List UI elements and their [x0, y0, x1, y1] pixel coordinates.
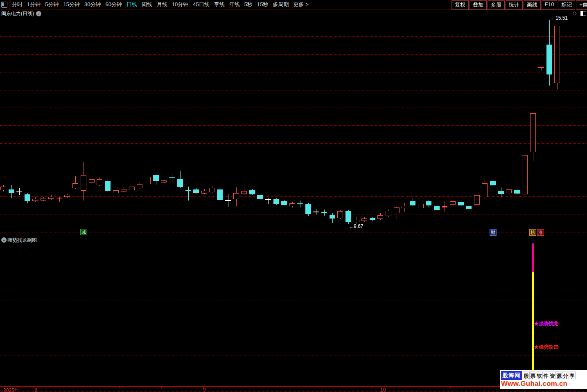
period-tab-8[interactable]: 周线 — [142, 1, 152, 8]
candle — [289, 203, 295, 206]
candle — [281, 201, 287, 205]
candle — [225, 200, 231, 201]
period-tabs: 分时1分钟5分钟15分钟30分钟60分钟日线周线月线10分钟45日线季线年线5秒… — [12, 0, 309, 9]
period-toolbar: 分时1分钟5分钟15分钟30分钟60分钟日线周线月线10分钟45日线季线年线5秒… — [0, 0, 587, 9]
candle — [169, 177, 175, 178]
candle — [0, 187, 6, 190]
subchart-collapse-icon[interactable]: ⌄ — [1, 237, 7, 243]
period-tab-4[interactable]: 15分钟 — [63, 1, 79, 8]
toolbar-button-5[interactable]: 画线 — [524, 0, 541, 10]
candle — [56, 198, 62, 198]
toolbar-button-7[interactable]: 标记 — [558, 0, 575, 10]
axis-tick — [450, 386, 451, 388]
candle — [113, 190, 119, 193]
axis-tick — [161, 386, 162, 388]
axis-tick — [119, 386, 120, 388]
candle — [64, 195, 70, 197]
app-window: 分时1分钟5分钟15分钟30分钟60分钟日线周线月线10分钟45日线季线年线5秒… — [0, 0, 587, 392]
watermark-desc-char: 件 — [542, 372, 549, 379]
event-badge-blue[interactable]: 财 — [490, 229, 497, 236]
candle — [81, 175, 86, 191]
window-layout-icon-fill — [2, 2, 4, 6]
toolbar-button-2[interactable]: 叠加 — [470, 0, 487, 10]
watermark-logo: 股海网 — [501, 371, 522, 380]
axis-tick — [372, 386, 373, 388]
candle — [16, 191, 22, 192]
candle — [386, 211, 391, 216]
candle — [442, 206, 447, 207]
candle — [265, 199, 271, 200]
chevron-down-icon[interactable]: ⌄ — [36, 11, 41, 16]
watermark-desc-char: 资 — [549, 372, 556, 379]
signal-bar-segment-2 — [532, 272, 534, 386]
candle — [418, 204, 424, 208]
period-tab-7[interactable]: 日线 — [126, 1, 137, 8]
signal-label-2: ★强势攻击 — [534, 344, 558, 351]
candle — [554, 26, 560, 83]
candle — [241, 191, 247, 194]
gridline — [0, 179, 587, 179]
period-tab-12[interactable]: 季线 — [214, 1, 225, 8]
candle — [137, 184, 142, 188]
candle — [249, 190, 255, 194]
period-tab-6[interactable]: 60分钟 — [105, 1, 122, 8]
bottom-scroll-line — [0, 391, 587, 392]
candle — [185, 190, 191, 191]
candle — [321, 212, 327, 213]
gridline — [0, 90, 587, 90]
toolbar-button-6[interactable]: F10 — [542, 0, 557, 10]
candle — [514, 190, 520, 194]
candle-wick — [172, 173, 172, 182]
candle — [426, 201, 431, 205]
candle — [466, 206, 472, 209]
diamond-icon[interactable]: ◇ — [573, 10, 576, 16]
toolbar-button-1[interactable]: 复权 — [452, 0, 469, 10]
panel-split-icon[interactable] — [580, 11, 586, 16]
gridline — [0, 143, 587, 144]
window-layout-icon[interactable] — [1, 2, 7, 8]
period-tab-1[interactable]: 分时 — [12, 1, 23, 8]
watermark-url: Www.Guhai.com.cn — [501, 380, 587, 388]
period-tab-9[interactable]: 月线 — [157, 1, 167, 8]
axis-tick — [484, 386, 484, 388]
period-tab-13[interactable]: 年线 — [229, 1, 240, 8]
candle — [297, 203, 303, 204]
period-tab-15[interactable]: 15秒 — [257, 1, 268, 8]
event-badge-gold[interactable]: 榜 — [529, 229, 536, 236]
candle — [233, 193, 239, 199]
candle — [89, 179, 95, 182]
event-badge-green[interactable]: 减 — [80, 229, 87, 235]
candle — [145, 177, 151, 184]
gridline — [0, 214, 587, 214]
candle — [217, 189, 223, 200]
price-annotation: ←15.51 — [551, 15, 568, 21]
period-tab-10[interactable]: 10分钟 — [172, 1, 188, 8]
candle — [474, 195, 480, 205]
candle — [257, 195, 263, 199]
candle — [345, 211, 351, 222]
period-tab-11[interactable]: 45日线 — [193, 1, 209, 8]
period-tab-14[interactable]: 5秒 — [244, 1, 253, 8]
toolbar-button-8[interactable]: +自 — [576, 0, 587, 10]
candle — [105, 181, 111, 191]
candle — [121, 189, 126, 191]
watermark: 股海网 股票软件资源分享 Www.Guhai.com.cn — [500, 370, 587, 389]
time-axis-line — [0, 386, 587, 387]
candle — [177, 179, 183, 187]
candle — [506, 189, 512, 193]
period-tab-16[interactable]: 多周期 — [273, 1, 289, 8]
toolbar-button-4[interactable]: 统计 — [506, 0, 523, 10]
candle — [313, 212, 319, 212]
candle — [490, 181, 496, 185]
gridline — [0, 125, 587, 126]
toolbar-button-3[interactable]: 多股 — [488, 0, 505, 10]
period-tab-3[interactable]: 5分钟 — [45, 1, 59, 8]
candle — [305, 204, 311, 214]
toolbar-divider — [9, 0, 9, 9]
watermark-desc-char: 软 — [536, 372, 543, 379]
candle — [25, 194, 30, 201]
period-tab-17[interactable]: 更多 > — [294, 1, 309, 8]
period-tab-5[interactable]: 30分钟 — [84, 1, 101, 8]
period-tab-2[interactable]: 1分钟 — [27, 1, 41, 8]
event-badge-red[interactable]: 涨 — [537, 229, 544, 236]
